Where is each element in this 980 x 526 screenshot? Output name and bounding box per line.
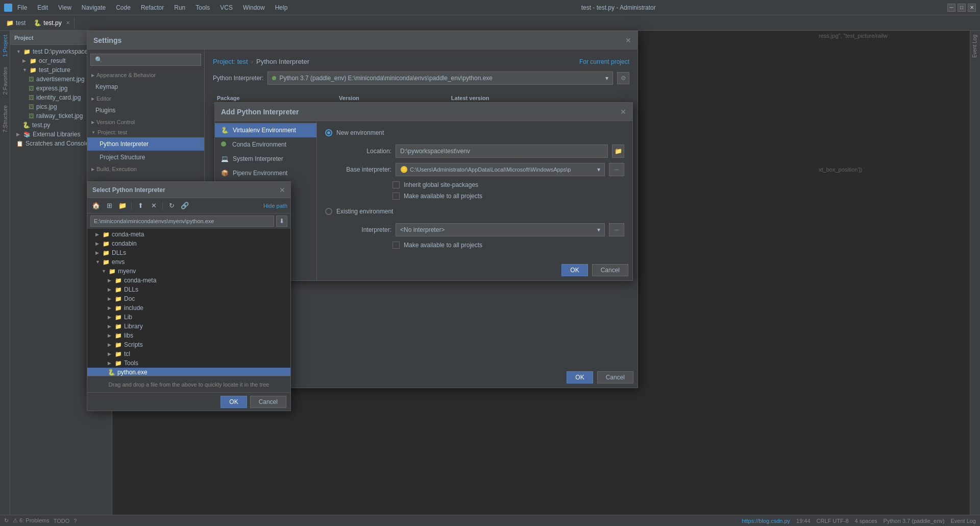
event-log-label[interactable]: Event Log <box>950 518 976 524</box>
sel-interp-ok-button[interactable]: OK <box>220 396 247 408</box>
menu-code[interactable]: Code <box>114 3 133 12</box>
location-input[interactable] <box>396 145 608 158</box>
breadcrumb-project[interactable]: Project: test <box>213 58 248 65</box>
sel-interp-cancel-button[interactable]: Cancel <box>250 396 286 408</box>
folder-envs-icon: 📁 <box>103 259 110 266</box>
interp-type-system[interactable]: 💻 System Interpreter <box>215 152 316 166</box>
add-interp-ok-button[interactable]: OK <box>561 264 587 276</box>
ftree-myenv[interactable]: ▼ 📁 myenv <box>87 267 290 276</box>
settings-title: Settings <box>93 36 121 44</box>
ftree-myenv-lib[interactable]: ▶ 📁 Lib <box>87 313 290 322</box>
sel-interp-close-button[interactable]: ✕ <box>279 186 285 194</box>
existing-env-radio[interactable] <box>325 208 332 215</box>
ftree-myenv-include[interactable]: ▶ 📁 include <box>87 303 290 313</box>
for-current-project-link[interactable]: For current project <box>579 58 629 65</box>
inherit-checkbox[interactable] <box>393 181 400 188</box>
menu-run[interactable]: Run <box>172 3 187 12</box>
existing-interp-more-button[interactable]: ··· <box>609 223 624 236</box>
help-icon[interactable]: ? <box>74 518 77 524</box>
settings-cat-appearance[interactable]: ▶ Appearance & Behavior <box>87 70 204 80</box>
tree-railway-label: railway_ticket.jpg <box>36 112 83 119</box>
ftree-myenv-conda-meta[interactable]: ▶ 📁 conda-meta <box>87 276 290 285</box>
structure-icon[interactable]: 7:Structure <box>2 103 8 135</box>
make-available2-checkbox[interactable] <box>393 242 400 249</box>
ftree-myenv-tools[interactable]: ▶ 📁 Tools <box>87 358 290 368</box>
project-tab[interactable]: 📁 test <box>2 17 30 29</box>
problems-label[interactable]: ⚠ 6: Problems <box>13 517 50 524</box>
interpreter-select[interactable]: Python 3.7 (paddle_env) E:\miniconda\min… <box>267 71 613 85</box>
right-tab-event-log[interactable]: Event Log <box>971 31 979 62</box>
bookmark-icon[interactable]: 2:Favorites <box>2 65 8 97</box>
menu-file[interactable]: File <box>15 3 29 12</box>
menu-navigate[interactable]: Navigate <box>80 3 108 12</box>
interpreter-select-value: Python 3.7 (paddle_env) E:\miniconda\min… <box>272 75 605 82</box>
settings-item-plugins[interactable]: Plugins <box>87 104 204 117</box>
ftree-python-exe[interactable]: 🐍 python.exe <box>87 368 290 376</box>
settings-search-input[interactable] <box>90 54 201 66</box>
settings-item-project-structure[interactable]: Project Structure <box>87 151 204 164</box>
settings-cat-editor[interactable]: ▶ Editor <box>87 93 204 104</box>
tab-close-icon[interactable]: ✕ <box>66 20 70 26</box>
ftree-myenv-libs[interactable]: ▶ 📁 libs <box>87 331 290 340</box>
folder-dlls-icon: 📁 <box>103 250 110 256</box>
menu-vcs[interactable]: VCS <box>218 3 235 12</box>
settings-item-python-interp[interactable]: Python Interpreter <box>87 137 204 151</box>
ftree-myenv-doc[interactable]: ▶ 📁 Doc <box>87 294 290 303</box>
add-interp-close-button[interactable]: ✕ <box>620 108 626 116</box>
location-browse-button[interactable]: 📁 <box>612 145 624 158</box>
download-button[interactable]: ⬇ <box>276 216 287 227</box>
file-tab[interactable]: 🐍 test.py ✕ <box>30 17 74 29</box>
folder-myenv-lib-icon: 📁 <box>115 314 122 321</box>
interp-type-pipenv[interactable]: 📦 Pipenv Environment <box>215 166 316 180</box>
home-button[interactable]: 🏠 <box>90 200 102 211</box>
ftree-myenv-library[interactable]: ▶ 📁 Library <box>87 322 290 331</box>
add-interp-cancel-button[interactable]: Cancel <box>592 264 628 276</box>
cancel-nav-button[interactable]: ✕ <box>148 200 159 211</box>
settings-ok-button[interactable]: OK <box>567 371 593 384</box>
maximize-button[interactable]: □ <box>958 4 966 12</box>
settings-cat-project[interactable]: ▼ Project: test <box>87 127 204 137</box>
up-button[interactable]: ⬆ <box>135 200 146 211</box>
close-button[interactable]: ✕ <box>968 4 976 12</box>
make-available-checkbox[interactable] <box>393 193 400 200</box>
new-env-label: New environment <box>336 129 384 136</box>
ftree-myenv-dlls[interactable]: ▶ 📁 DLLs <box>87 285 290 294</box>
ftree-dlls[interactable]: ▶ 📁 DLLs <box>87 248 290 257</box>
ftree-condabin[interactable]: ▶ 📁 condabin <box>87 239 290 248</box>
menu-refactor[interactable]: Refactor <box>139 3 166 12</box>
ftree-myenv-doc-label: Doc <box>124 295 135 302</box>
ftree-myenv-tcl[interactable]: ▶ 📁 tcl <box>87 349 290 358</box>
link-button[interactable]: 🔗 <box>179 200 190 211</box>
existing-interp-select[interactable]: <No interpreter> ▾ <box>396 223 605 236</box>
settings-cat-build[interactable]: ▶ Build, Execution <box>87 164 204 174</box>
folder-myenv-tcl-icon: 📁 <box>115 351 122 357</box>
blog-link[interactable]: https://blog.csdn.py <box>742 518 790 524</box>
base-interp-more-button[interactable]: ··· <box>609 163 624 176</box>
base-interp-select[interactable]: 🪙 C:\Users\Administrator\AppData\Local\M… <box>396 163 605 176</box>
settings-close-button[interactable]: ✕ <box>625 36 631 44</box>
ftree-conda-meta[interactable]: ▶ 📁 conda-meta <box>87 230 290 239</box>
folder-button[interactable]: 📁 <box>117 200 128 211</box>
menu-edit[interactable]: Edit <box>35 3 50 12</box>
interpreter-settings-gear[interactable]: ⚙ <box>617 72 629 84</box>
ftree-myenv-scripts[interactable]: ▶ 📁 Scripts <box>87 340 290 349</box>
ftree-envs[interactable]: ▼ 📁 envs <box>87 257 290 267</box>
folder-icon-test-pic: 📁 <box>30 67 37 74</box>
project-sidebar-icon[interactable]: 1:Project <box>2 33 8 59</box>
menu-help[interactable]: Help <box>273 3 290 12</box>
settings-cancel-button[interactable]: Cancel <box>597 371 633 384</box>
menu-tools[interactable]: Tools <box>193 3 212 12</box>
new-env-radio[interactable] <box>325 129 332 136</box>
menu-window[interactable]: Window <box>241 3 267 12</box>
todo-label[interactable]: TODO <box>54 518 70 524</box>
refresh-button[interactable]: ↻ <box>166 200 177 211</box>
settings-item-keymap[interactable]: Keymap <box>87 80 204 93</box>
menu-view[interactable]: View <box>56 3 74 12</box>
hide-path-button[interactable]: Hide path <box>263 203 287 209</box>
interp-type-conda[interactable]: Conda Environment <box>215 137 316 152</box>
path-input[interactable] <box>90 216 274 227</box>
view-button[interactable]: ⊞ <box>104 200 115 211</box>
interp-type-virtualenv[interactable]: 🐍 Virtualenv Environment <box>215 123 316 137</box>
minimize-button[interactable]: ─ <box>947 4 955 12</box>
settings-cat-vcs[interactable]: ▶ Version Control <box>87 117 204 127</box>
